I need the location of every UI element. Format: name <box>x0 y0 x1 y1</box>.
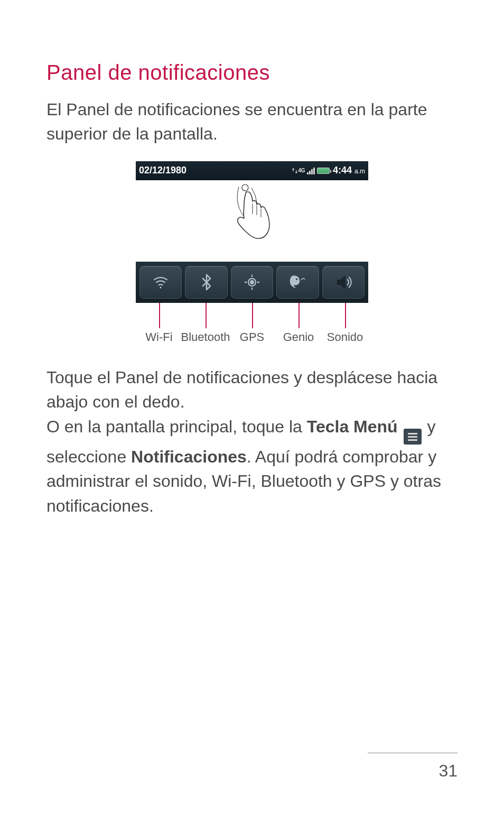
status-time-value: 4:44 <box>333 165 352 175</box>
qs-bluetooth-button[interactable] <box>185 266 227 299</box>
intro-paragraph: El Panel de notificaciones se encuentra … <box>46 97 458 146</box>
sound-icon <box>334 273 352 291</box>
status-bar: 02/12/1980 4G 4:44 a.m <box>136 161 368 180</box>
page-number: 31 <box>438 761 458 781</box>
qs-gps-button[interactable] <box>231 266 273 299</box>
menu-key-icon <box>404 429 422 445</box>
figure-quick-settings: Wi-Fi Bluetooth GPS Genio Sonido <box>136 262 368 349</box>
bluetooth-icon <box>198 273 216 291</box>
section-heading: Panel de notificaciones <box>46 61 458 85</box>
status-time-ampm: a.m <box>354 168 365 175</box>
gps-icon <box>243 273 261 291</box>
svg-point-4 <box>296 279 297 280</box>
callout-bluetooth: Bluetooth <box>181 330 230 344</box>
menu-instruction: O en la pantalla principal, toque la Tec… <box>46 414 458 519</box>
txt-frag-a: O en la pantalla principal, toque la <box>46 417 307 436</box>
callout-genio: Genio <box>283 330 314 344</box>
qs-sound-button[interactable] <box>322 266 365 299</box>
network-4g-icon: 4G <box>298 169 305 173</box>
keyword-tecla-menu: Tecla Menú <box>307 417 398 436</box>
svg-point-0 <box>242 184 248 191</box>
signal-bars-icon <box>307 167 315 174</box>
quick-settings-callouts: Wi-Fi Bluetooth GPS Genio Sonido <box>136 303 368 349</box>
page-number-rule <box>368 753 458 753</box>
figure-statusbar-drag: 02/12/1980 4G 4:44 a.m <box>136 161 368 249</box>
swipe-instruction: Toque el Panel de notificaciones y despl… <box>46 365 458 414</box>
callout-sound: Sonido <box>327 330 363 344</box>
qs-genio-button[interactable] <box>276 266 319 299</box>
battery-icon <box>317 168 330 174</box>
genio-icon <box>288 273 306 291</box>
callout-wifi: Wi-Fi <box>145 330 172 344</box>
wifi-icon <box>152 273 170 291</box>
quick-settings-row <box>136 262 368 303</box>
svg-point-3 <box>250 281 254 284</box>
svg-point-1 <box>160 286 162 288</box>
qs-wifi-button[interactable] <box>139 266 182 299</box>
keyword-notificaciones: Notificaciones <box>131 447 247 466</box>
swipe-down-hand-icon <box>228 182 276 246</box>
status-date: 02/12/1980 <box>139 165 186 176</box>
callout-gps: GPS <box>240 330 264 344</box>
sync-arrows-icon <box>291 167 298 174</box>
status-time: 4:44 a.m <box>333 165 365 176</box>
